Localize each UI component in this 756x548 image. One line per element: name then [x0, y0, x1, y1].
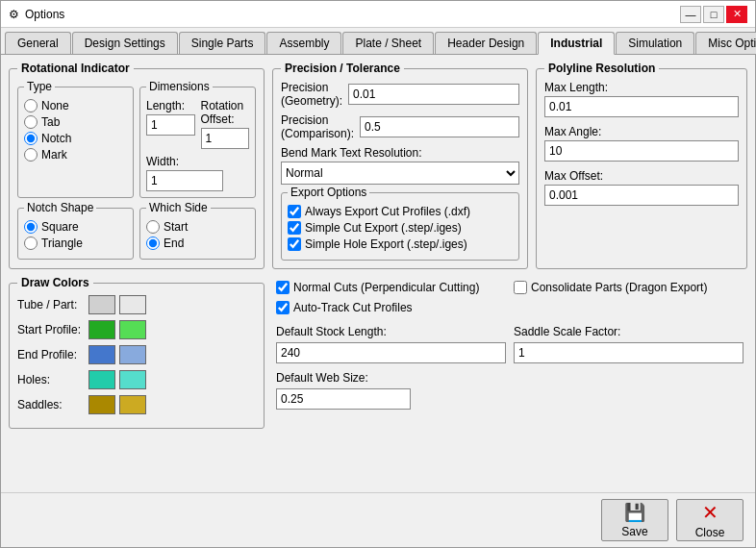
length-input[interactable]	[146, 114, 195, 136]
normal-cuts-label: Normal Cuts (Perpendicular Cutting)	[293, 281, 479, 294]
default-stock-label: Default Stock Length:	[276, 325, 506, 338]
dimensions-title: Dimensions	[146, 80, 213, 93]
geometry-label: Precision (Geometry):	[281, 81, 342, 108]
type-mark-radio[interactable]	[24, 148, 38, 162]
holes-color1[interactable]	[88, 370, 115, 389]
save-icon: 💾	[624, 502, 645, 523]
draw-colors-title: Draw Colors	[17, 276, 93, 289]
start-profile-color1[interactable]	[88, 320, 115, 339]
consolidate-label: Consolidate Parts (Dragon Export)	[531, 281, 707, 294]
tab-misc-options[interactable]: Misc Options	[695, 32, 756, 54]
maximize-button[interactable]: □	[703, 6, 724, 23]
end-profile-color2[interactable]	[119, 345, 146, 364]
tab-single-parts[interactable]: Single Parts	[179, 32, 266, 54]
dimensions-subgroup: Dimensions Length: Rotation Offset:	[139, 87, 256, 198]
rotation-offset-input[interactable]	[201, 128, 250, 149]
default-stock-input[interactable]	[276, 342, 506, 363]
notch-square-label: Square	[41, 220, 79, 234]
save-label: Save	[621, 525, 647, 538]
notch-shape-subgroup: Notch Shape Square Triangle	[17, 208, 134, 260]
default-web-input[interactable]	[276, 388, 411, 410]
comparison-label: Precision (Comparison):	[281, 113, 354, 140]
saddles-color2[interactable]	[119, 395, 146, 414]
comparison-input[interactable]	[360, 116, 519, 137]
export-step-cut-check[interactable]	[288, 221, 301, 235]
tab-assembly[interactable]: Assembly	[266, 32, 341, 54]
max-angle-input[interactable]	[544, 140, 739, 162]
type-none-label: None	[41, 99, 69, 112]
options-window: ⚙ Options — □ ✕ General Design Settings …	[0, 0, 756, 548]
holes-label: Holes:	[17, 373, 85, 386]
type-mark-label: Mark	[41, 148, 67, 162]
notch-triangle-label: Triangle	[41, 237, 83, 250]
polyline-group: Polyline Resolution Max Length: Max Angl…	[536, 68, 747, 269]
type-tab-label: Tab	[41, 115, 60, 129]
which-side-end-label: End	[164, 237, 184, 250]
tab-industrial[interactable]: Industrial	[538, 32, 615, 55]
polyline-group-title: Polyline Resolution	[544, 62, 659, 75]
max-length-label: Max Length:	[544, 81, 739, 94]
max-offset-input[interactable]	[544, 185, 739, 206]
normal-cuts-check[interactable]	[276, 281, 290, 294]
tab-header-design[interactable]: Header Design	[435, 32, 537, 54]
save-button[interactable]: 💾 Save	[601, 499, 668, 541]
window-close-button[interactable]: ✕	[726, 6, 747, 23]
export-options-group: Export Options Always Export Cut Profile…	[281, 192, 519, 261]
main-content: Rotational Indicator Type None Tab	[1, 55, 755, 492]
which-side-start-label: Start	[164, 220, 188, 234]
notch-square-radio[interactable]	[24, 220, 38, 234]
export-step-hole-check[interactable]	[288, 237, 301, 251]
tube-part-color1[interactable]	[88, 295, 115, 314]
tab-general[interactable]: General	[5, 32, 71, 54]
tube-part-color2[interactable]	[119, 295, 146, 314]
precision-group: Precision / Tolerance Precision (Geometr…	[272, 68, 528, 269]
width-input[interactable]	[146, 170, 223, 191]
bend-mark-label: Bend Mark Text Resolution:	[281, 146, 519, 160]
export-dxf-check[interactable]	[288, 205, 301, 218]
geometry-input[interactable]	[348, 84, 519, 105]
export-step-cut-label: Simple Cut Export (.step/.iges)	[305, 221, 462, 235]
tab-simulation[interactable]: Simulation	[616, 32, 694, 54]
export-dxf-label: Always Export Cut Profiles (.dxf)	[305, 205, 470, 218]
consolidate-check[interactable]	[514, 281, 527, 294]
bottom-options: Normal Cuts (Perpendicular Cutting) Cons…	[272, 277, 747, 429]
which-side-subgroup: Which Side Start End	[139, 208, 256, 260]
close-icon: ✕	[702, 501, 718, 524]
rotation-offset-label: Rotation Offset:	[201, 99, 250, 126]
default-web-label: Default Web Size:	[276, 371, 743, 385]
saddle-scale-input[interactable]	[514, 342, 743, 363]
minimize-button[interactable]: —	[680, 6, 701, 23]
bend-mark-select[interactable]: Normal Fine Coarse	[281, 162, 519, 185]
rotational-group: Rotational Indicator Type None Tab	[9, 68, 265, 269]
notch-triangle-radio[interactable]	[24, 237, 38, 250]
tube-part-label: Tube / Part:	[17, 298, 85, 311]
which-side-title: Which Side	[146, 201, 211, 214]
tab-design-settings[interactable]: Design Settings	[72, 32, 178, 54]
auto-track-label: Auto-Track Cut Profiles	[293, 301, 413, 314]
draw-colors-group: Draw Colors Tube / Part: Start Profile: …	[9, 283, 265, 429]
holes-color2[interactable]	[119, 370, 146, 389]
max-angle-label: Max Angle:	[544, 125, 739, 138]
export-step-hole-label: Simple Hole Export (.step/.iges)	[305, 237, 467, 251]
rotational-group-title: Rotational Indicator	[17, 62, 134, 75]
saddle-scale-label: Saddle Scale Factor:	[514, 325, 743, 338]
which-side-end-radio[interactable]	[146, 237, 160, 250]
auto-track-check[interactable]	[276, 301, 290, 314]
saddles-label: Saddles:	[17, 398, 85, 411]
export-title: Export Options	[288, 186, 369, 199]
type-notch-radio[interactable]	[24, 132, 38, 145]
saddles-color1[interactable]	[88, 395, 115, 414]
footer: 💾 Save ✕ Close	[1, 492, 755, 547]
close-button[interactable]: ✕ Close	[676, 499, 743, 541]
title-bar: ⚙ Options — □ ✕	[1, 1, 755, 28]
precision-group-title: Precision / Tolerance	[281, 62, 404, 75]
width-label: Width:	[146, 155, 249, 168]
length-label: Length:	[146, 99, 195, 112]
type-none-radio[interactable]	[24, 99, 38, 112]
end-profile-color1[interactable]	[88, 345, 115, 364]
which-side-start-radio[interactable]	[146, 220, 160, 234]
start-profile-color2[interactable]	[119, 320, 146, 339]
max-length-input[interactable]	[544, 96, 739, 117]
tab-plate-sheet[interactable]: Plate / Sheet	[342, 32, 434, 54]
type-tab-radio[interactable]	[24, 115, 38, 129]
